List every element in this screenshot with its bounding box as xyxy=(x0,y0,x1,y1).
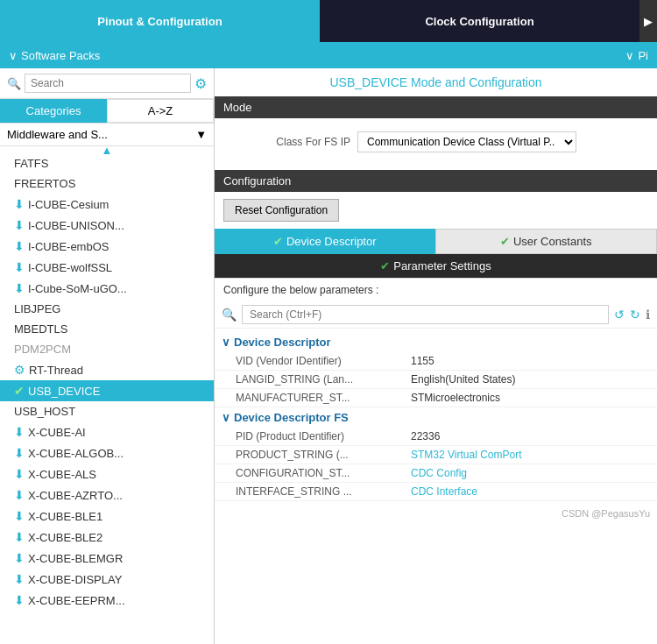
download-icon: ⬇ xyxy=(14,467,25,481)
config-section-label: Configuration xyxy=(223,174,291,188)
sidebar-item-pdm2pcm[interactable]: PDM2PCM xyxy=(0,339,214,359)
settings-icon[interactable]: ⚙ xyxy=(194,75,207,92)
sidebar-list: ▲ FATFS FREERTOS ⬇ I-CUBE-Cesium ⬇ I-CUB… xyxy=(0,146,214,644)
software-packs-item[interactable]: ∨ Software Packs xyxy=(9,49,100,62)
download-icon: ⬇ xyxy=(14,197,25,211)
sidebar-item-usb-host[interactable]: USB_HOST xyxy=(0,401,214,421)
pinout-label: Pinout & Configuration xyxy=(97,15,222,28)
chevron-down-icon: ▼ xyxy=(195,128,207,141)
pi-item[interactable]: ∨ Pi xyxy=(625,49,648,62)
sidebar-item-xcube-als[interactable]: ⬇ X-CUBE-ALS xyxy=(0,464,214,485)
mode-section-header: Mode xyxy=(215,96,657,118)
sidebar: 🔍 ⚙ Categories A->Z Middleware and S... … xyxy=(0,68,215,644)
reset-configuration-button[interactable]: Reset Configuration xyxy=(223,199,339,222)
sidebar-item-freertos[interactable]: FREERTOS xyxy=(0,173,214,194)
config-tab-row-2: ✔ Parameter Settings xyxy=(215,254,657,278)
tab-parameter-settings[interactable]: ✔ Parameter Settings xyxy=(215,254,657,278)
download-icon: ⬇ xyxy=(14,218,25,232)
mode-section: Class For FS IP Communication Device Cla… xyxy=(215,118,657,166)
sidebar-item-icube-wolfssl[interactable]: ⬇ I-CUBE-wolfSSL xyxy=(0,257,214,278)
pinout-tab[interactable]: Pinout & Configuration xyxy=(0,0,320,42)
tree-row-config-string: CONFIGURATION_ST... CDC Config xyxy=(215,464,657,483)
sidebar-tabs: Categories A->Z xyxy=(0,99,214,124)
download-icon: ⬇ xyxy=(14,593,25,607)
gear-icon: ⚙ xyxy=(14,363,25,377)
download-icon: ⬇ xyxy=(14,446,25,460)
device-descriptor-group[interactable]: ∨ Device Descriptor xyxy=(215,332,657,352)
tree-row-langid: LANGID_STRING (Lan... English(United Sta… xyxy=(215,371,657,389)
tab-categories[interactable]: Categories xyxy=(0,99,107,123)
search-icon: 🔍 xyxy=(222,308,237,322)
sidebar-item-xcube-blemgr[interactable]: ⬇ X-CUBE-BLEMGR xyxy=(0,548,214,569)
mode-section-label: Mode xyxy=(223,101,252,114)
sidebar-item-usb-device[interactable]: ✔ USB_DEVICE xyxy=(0,380,214,401)
sidebar-search-bar: 🔍 ⚙ xyxy=(0,68,214,99)
watermark: CSDN @PegasusYu xyxy=(215,505,657,522)
download-icon: ⬇ xyxy=(14,551,25,565)
tab-az[interactable]: A->Z xyxy=(107,99,214,123)
software-packs-label: Software Packs xyxy=(21,49,100,62)
tree-row-vid: VID (Vendor IDentifier) 1155 xyxy=(215,352,657,371)
nav-down-icon[interactable]: ↻ xyxy=(630,308,640,322)
sidebar-item-icube-som-ugo[interactable]: ⬇ I-Cube-SoM-uGO... xyxy=(0,278,214,299)
pi-label: Pi xyxy=(638,49,648,62)
sidebar-item-xcube-algob[interactable]: ⬇ X-CUBE-ALGOB... xyxy=(0,442,214,464)
class-for-fs-label: Class For FS IP xyxy=(228,136,350,148)
tab-device-descriptor[interactable]: ✔ Device Descriptor xyxy=(215,229,435,254)
download-icon: ⬇ xyxy=(14,425,25,439)
download-icon: ⬇ xyxy=(14,281,25,295)
sidebar-item-xcube-eeprm[interactable]: ⬇ X-CUBE-EEPRM... xyxy=(0,590,214,611)
check-icon: ✔ xyxy=(14,384,25,398)
config-section-header: Configuration xyxy=(215,170,657,192)
config-tab-row: ✔ Device Descriptor ✔ User Constants xyxy=(215,229,657,254)
tab-user-constants[interactable]: ✔ User Constants xyxy=(435,229,658,254)
download-icon: ⬇ xyxy=(14,239,25,253)
sidebar-item-rt-thread[interactable]: ⚙ RT-Thread xyxy=(0,359,214,380)
tree-row-pid: PID (Product IDentifier) 22336 xyxy=(215,428,657,446)
middleware-dropdown[interactable]: Middleware and S... ▼ xyxy=(0,124,214,146)
class-for-fs-row: Class For FS IP Communication Device Cla… xyxy=(228,131,644,152)
config-buttons: Reset Configuration xyxy=(215,192,657,229)
nav-up-icon[interactable]: ↺ xyxy=(614,308,625,322)
config-section: Configuration Reset Configuration ✔ Devi… xyxy=(215,170,657,522)
search-icon: 🔍 xyxy=(7,77,21,90)
content-area: USB_DEVICE Mode and Configuration Mode C… xyxy=(215,68,657,644)
search-row: 🔍 ↺ ↻ ℹ xyxy=(215,301,657,329)
top-bar: Pinout & Configuration Clock Configurati… xyxy=(0,0,657,42)
sidebar-item-xcube-ble2[interactable]: ⬇ X-CUBE-BLE2 xyxy=(0,527,214,548)
sidebar-item-libjpeg[interactable]: LIBJPEG xyxy=(0,299,214,319)
sidebar-item-icube-cesium[interactable]: ⬇ I-CUBE-Cesium xyxy=(0,194,214,215)
sidebar-item-icube-embos[interactable]: ⬇ I-CUBE-embOS xyxy=(0,236,214,257)
download-icon: ⬇ xyxy=(14,572,25,586)
sidebar-item-xcube-ble1[interactable]: ⬇ X-CUBE-BLE1 xyxy=(0,506,214,527)
sidebar-item-xcube-display[interactable]: ⬇ X-CUBE-DISPLAY xyxy=(0,569,214,590)
mode-title: USB_DEVICE Mode and Configuration xyxy=(215,68,657,96)
class-for-fs-select[interactable]: Communication Device Class (Virtual P.. xyxy=(357,131,576,152)
tree-row-product-string: PRODUCT_STRING (... STM32 Virtual ComPor… xyxy=(215,446,657,464)
device-descriptor-fs-group[interactable]: ∨ Device Descriptor FS xyxy=(215,407,657,428)
search-input[interactable] xyxy=(25,74,191,93)
sidebar-item-mbedtls[interactable]: MBEDTLS xyxy=(0,319,214,339)
info-icon: ℹ xyxy=(646,308,650,322)
sidebar-item-xcube-azrto[interactable]: ⬇ X-CUBE-AZRTO... xyxy=(0,485,214,506)
check-icon: ✔ xyxy=(500,235,510,248)
tree-section: ∨ Device Descriptor VID (Vendor IDentifi… xyxy=(215,329,657,505)
chevron-down-icon-right: ∨ xyxy=(625,49,634,62)
chevron-down-icon: ∨ xyxy=(222,411,230,424)
top-bar-right: ▶ xyxy=(639,0,657,42)
sidebar-item-xcube-ai[interactable]: ⬇ X-CUBE-AI xyxy=(0,421,214,442)
params-label: Configure the below parameters : xyxy=(215,278,657,301)
tree-row-manufacturer: MANUFACTURER_ST... STMicroelectronics xyxy=(215,389,657,407)
check-icon: ✔ xyxy=(273,235,283,248)
tree-row-interface-string: INTERFACE_STRING ... CDC Interface xyxy=(215,483,657,501)
download-icon: ⬇ xyxy=(14,530,25,544)
params-search-input[interactable] xyxy=(242,305,609,324)
chevron-down-icon: ∨ xyxy=(222,336,230,349)
download-icon: ⬇ xyxy=(14,509,25,523)
sidebar-item-icube-unison[interactable]: ⬇ I-CUBE-UNISON... xyxy=(0,215,214,236)
dropdown-label: Middleware and S... xyxy=(7,128,108,141)
check-icon: ✔ xyxy=(380,259,390,272)
clock-label: Clock Configuration xyxy=(425,15,533,28)
clock-tab[interactable]: Clock Configuration xyxy=(320,0,639,42)
separator: ▲ xyxy=(0,146,214,153)
